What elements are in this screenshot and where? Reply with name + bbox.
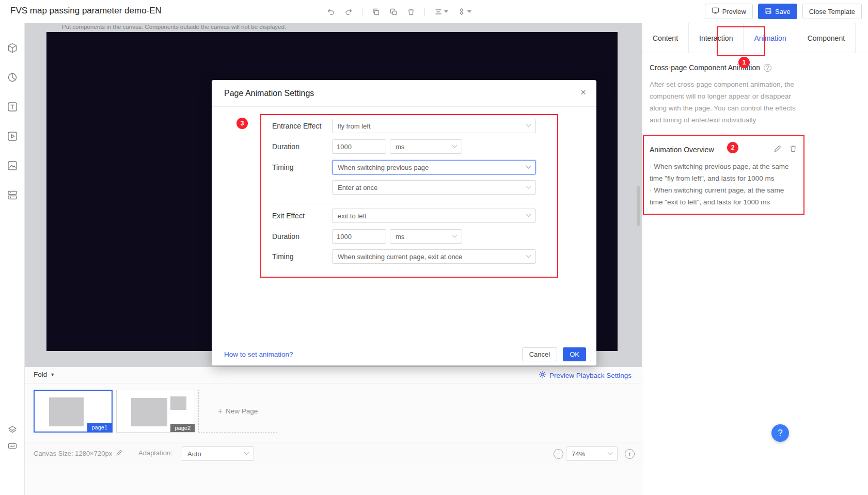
image-component-icon[interactable]: [7, 160, 18, 171]
zoom-level-select[interactable]: 74%: [566, 446, 618, 461]
page-name-badge: page1: [87, 423, 112, 432]
gear-icon: [539, 371, 546, 380]
delete-icon[interactable]: [407, 8, 415, 16]
canvas-status-bar: Canvas Size: 1280×720px Adaptation: Auto…: [25, 442, 642, 465]
toolbar-divider: [424, 8, 425, 16]
chevron-down-icon: [467, 10, 471, 13]
help-floating-button[interactable]: ?: [771, 424, 789, 442]
preview-icon: [712, 7, 719, 16]
exit-effect-select[interactable]: exit to left: [332, 209, 536, 223]
chevron-down-icon: [608, 450, 613, 455]
fold-toggle[interactable]: Fold ▼: [34, 371, 55, 378]
save-button[interactable]: Save: [758, 4, 797, 19]
entrance-timing-mode-select[interactable]: Enter at once: [332, 180, 536, 195]
save-label: Save: [775, 8, 791, 15]
exit-duration-input[interactable]: [332, 229, 386, 244]
exit-effect-label: Exit Effect: [272, 209, 305, 223]
thumbnail-shape: [131, 398, 167, 426]
page-animation-settings-dialog: Page Animation Settings × Entrance Effec…: [212, 80, 596, 365]
overview-line-2: · When switching current page, at the sa…: [650, 184, 798, 208]
preview-playback-settings-link[interactable]: Preview Playback Settings: [539, 371, 632, 380]
tab-animation[interactable]: Animation: [744, 23, 797, 53]
page-thumbnail-page2[interactable]: page2: [116, 390, 195, 433]
how-to-set-animation-link[interactable]: How to set animation?: [224, 350, 293, 358]
edit-animation-icon[interactable]: [774, 145, 782, 154]
cancel-button[interactable]: Cancel: [522, 347, 557, 361]
preview-playback-label: Preview Playback Settings: [549, 372, 632, 379]
tab-interaction[interactable]: Interaction: [689, 23, 744, 53]
cross-page-animation-title: Cross-page Component Animation: [650, 63, 760, 72]
template-title: FVS map passing parameter demo-EN: [10, 6, 162, 16]
component-library-icon[interactable]: [7, 42, 18, 54]
exit-duration-label: Duration: [272, 229, 299, 244]
layers-icon[interactable]: [8, 425, 17, 435]
adaptation-label: Adaptation:: [138, 449, 172, 457]
entrance-effect-value: fly from left: [338, 122, 371, 130]
exit-timing-value: When switching current page, exit at onc…: [338, 253, 462, 261]
chart-icon[interactable]: [7, 72, 18, 83]
theme-icon[interactable]: [457, 8, 471, 16]
exit-timing-select[interactable]: When switching current page, exit at onc…: [332, 249, 536, 264]
animation-overview-header: Animation Overview: [650, 145, 797, 154]
form-divider: [272, 203, 536, 203]
table-component-icon[interactable]: [7, 189, 18, 201]
copy-icon[interactable]: [372, 8, 380, 16]
zoom-out-button[interactable]: −: [554, 449, 563, 459]
duplicate-icon[interactable]: [389, 8, 398, 16]
exit-duration-unit-select[interactable]: ms: [390, 229, 462, 244]
undo-icon[interactable]: [327, 8, 335, 16]
exit-effect-value: exit to left: [338, 212, 367, 220]
close-template-button[interactable]: Close Template: [802, 4, 862, 19]
new-page-button[interactable]: + New Page: [198, 390, 277, 433]
entrance-duration-label: Duration: [272, 139, 299, 154]
overview-line-1: · When switching previous page, at the s…: [650, 161, 798, 184]
close-icon[interactable]: ×: [580, 87, 586, 97]
animation-tab-body: Cross-page Component Animation ? After s…: [642, 53, 868, 126]
exit-duration-unit: ms: [396, 233, 404, 241]
page-name-badge: page2: [170, 424, 195, 432]
plus-icon: +: [218, 407, 223, 416]
chevron-down-icon: [444, 10, 448, 13]
tab-component[interactable]: Component: [797, 23, 856, 53]
animation-overview-text: · When switching previous page, at the s…: [650, 161, 798, 208]
entrance-duration-input[interactable]: [332, 139, 386, 154]
text-component-icon[interactable]: [7, 101, 18, 113]
ok-button[interactable]: OK: [563, 347, 586, 361]
entrance-duration-unit-select[interactable]: ms: [390, 139, 462, 154]
chevron-down-icon: [526, 164, 531, 169]
help-icon[interactable]: ?: [764, 64, 771, 72]
chevron-down-icon: [526, 212, 531, 217]
section-title-row: Cross-page Component Animation ?: [650, 63, 861, 72]
edit-canvas-size-icon[interactable]: [116, 449, 123, 458]
zoom-in-button[interactable]: +: [625, 449, 635, 459]
redo-icon[interactable]: [344, 8, 353, 16]
preview-button[interactable]: Preview: [705, 4, 753, 19]
toolbar-divider: [362, 8, 362, 16]
delete-animation-icon[interactable]: [789, 145, 797, 154]
save-icon: [765, 7, 772, 16]
entrance-effect-select[interactable]: fly from left: [332, 119, 536, 133]
entrance-timing-select[interactable]: When switching previous page: [332, 160, 536, 174]
chevron-down-icon: [526, 122, 531, 127]
chevron-down-icon: ▼: [50, 372, 55, 377]
adaptation-value: Auto: [187, 450, 201, 458]
keyboard-shortcuts-icon[interactable]: [8, 441, 17, 451]
fold-row: Fold ▼ Preview Playback Settings: [25, 367, 642, 384]
zoom-level-value: 74%: [572, 450, 585, 458]
chevron-down-icon: [452, 233, 457, 238]
media-component-icon[interactable]: [7, 131, 18, 142]
align-icon[interactable]: [434, 8, 448, 16]
preview-label: Preview: [722, 8, 746, 15]
animation-overview-title: Animation Overview: [650, 146, 714, 154]
new-page-label: New Page: [226, 407, 258, 415]
editor-toolbar: [327, 0, 471, 23]
page-thumbnail-page1[interactable]: page1: [34, 390, 113, 433]
thumbnail-shape: [170, 396, 186, 410]
cross-page-animation-description: After set cross-page component animation…: [650, 78, 807, 126]
tab-content[interactable]: Content: [642, 23, 689, 53]
close-template-label: Close Template: [809, 8, 855, 15]
adaptation-select[interactable]: Auto: [182, 446, 254, 461]
component-rail: [0, 23, 25, 495]
vertical-scrollbar[interactable]: [637, 186, 640, 226]
header-actions: Preview Save Close Template: [705, 4, 862, 19]
